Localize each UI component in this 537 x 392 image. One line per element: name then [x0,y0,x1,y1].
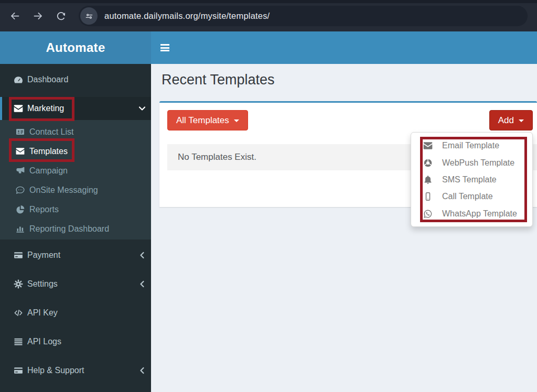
sidebar-item-marketing[interactable]: Marketing [0,97,151,120]
browser-forward-icon[interactable] [30,8,45,23]
add-label: Add [498,115,514,126]
id-card-icon [15,127,25,137]
sidebar-item-label: Marketing [27,104,64,113]
add-menu-item-sms-template[interactable]: SMS Template [411,171,532,188]
add-menu-item-label: Email Template [442,141,499,150]
code-icon [13,308,24,318]
sidebar-subitem-contact-list[interactable]: Contact List [0,122,151,141]
add-dropdown-button[interactable]: Add [489,110,533,130]
sidebar-subitem-label: Reporting Dashboard [29,224,109,234]
sidebar-item-label: Payment [27,251,60,260]
comment-icon [15,185,25,195]
tachometer-icon [13,74,24,85]
sidebar-item-api-key[interactable]: API Key [0,301,151,324]
mobile-icon [423,191,433,202]
whatsapp-icon [423,209,433,219]
add-menu-item-label: Call Template [442,192,493,201]
envelope-icon [13,103,24,114]
sidebar-subitem-label: Campaign [29,166,68,176]
chevron-left-icon [137,250,147,260]
sidebar-subitem-reports[interactable]: Reports [0,200,151,219]
marketing-submenu: Contact ListTemplatesCampaignOnSite Mess… [0,120,151,239]
sidebar-menu: DashboardMarketingContact ListTemplatesC… [0,64,151,382]
sidebar-item-help-support[interactable]: Help & Support [0,359,151,382]
caret-down-icon [519,119,524,122]
sidebar-item-settings[interactable]: Settings [0,273,151,296]
sidebar-item-payment[interactable]: Payment [0,244,151,267]
all-templates-label: All Templates [176,115,229,126]
add-dropdown-menu: Email TemplateWebPush TemplateSMS Templa… [411,132,533,227]
sidebar-subitem-onsite-messaging[interactable]: OnSite Messaging [0,180,151,200]
content-area: Recent Templates All Templates Add No Te… [151,64,537,392]
credit-card-icon [13,250,24,260]
sidebar-subitem-label: OnSite Messaging [29,186,98,195]
add-menu-item-label: SMS Template [442,175,497,184]
credit-card-icon [13,365,24,376]
browser-back-icon[interactable] [7,8,22,23]
pie-chart-icon [15,204,25,214]
sidebar-item-label: Dashboard [27,75,68,84]
sidebar-item-label: API Logs [27,337,61,346]
chevron-left-icon [137,279,147,289]
browser-reload-icon[interactable] [53,8,68,23]
add-menu-item-email-template[interactable]: Email Template [411,137,532,154]
browser-toolbar: automate.dailymails.org/mysite/templates… [0,0,537,31]
add-menu-item-webpush-template[interactable]: WebPush Template [411,154,532,171]
sidebar-subitem-label: Templates [29,147,68,156]
hamburger-menu-icon[interactable] [160,44,169,53]
gear-icon [13,279,24,289]
caret-down-icon [234,119,239,122]
sidebar-item-dashboard[interactable]: Dashboard [0,68,151,91]
screen: automate.dailymails.org/mysite/templates… [0,0,537,392]
sidebar-item-api-logs[interactable]: API Logs [0,330,151,353]
bell-icon [423,175,433,185]
add-menu-item-label: WhatsApp Template [442,209,517,219]
envelope-icon [423,140,433,151]
sidebar-subitem-templates[interactable]: Templates [0,141,151,161]
top-navbar [151,31,537,64]
chevron-down-icon [137,103,147,114]
all-templates-dropdown-button[interactable]: All Templates [167,110,248,130]
add-menu-item-label: WebPush Template [442,158,514,168]
url-bar[interactable]: automate.dailymails.org/mysite/templates… [79,6,528,26]
url-text: automate.dailymails.org/mysite/templates… [104,11,270,21]
bullhorn-icon [15,166,25,176]
sidebar-item-label: Help & Support [27,366,84,375]
chrome-icon [423,158,433,168]
page-title: Recent Templates [162,72,275,88]
sidebar-subitem-label: Contact List [29,127,73,137]
app-brand[interactable]: Automate [0,31,151,64]
chevron-left-icon [137,365,147,376]
sidebar-item-label: Settings [27,279,58,289]
sidebar-subitem-reporting-dashboard[interactable]: Reporting Dashboard [0,219,151,238]
site-permissions-icon[interactable] [80,7,98,25]
sidebar-item-label: API Key [27,308,58,318]
sidebar-subitem-label: Reports [29,205,59,214]
bar-chart-icon [15,224,25,234]
list-icon [13,336,24,347]
sidebar: Automate DashboardMarketingContact ListT… [0,31,151,392]
envelope-icon [15,146,25,156]
sidebar-subitem-campaign[interactable]: Campaign [0,161,151,180]
add-menu-item-call-template[interactable]: Call Template [411,188,532,205]
add-menu-item-whatsapp-template[interactable]: WhatsApp Template [411,205,532,222]
